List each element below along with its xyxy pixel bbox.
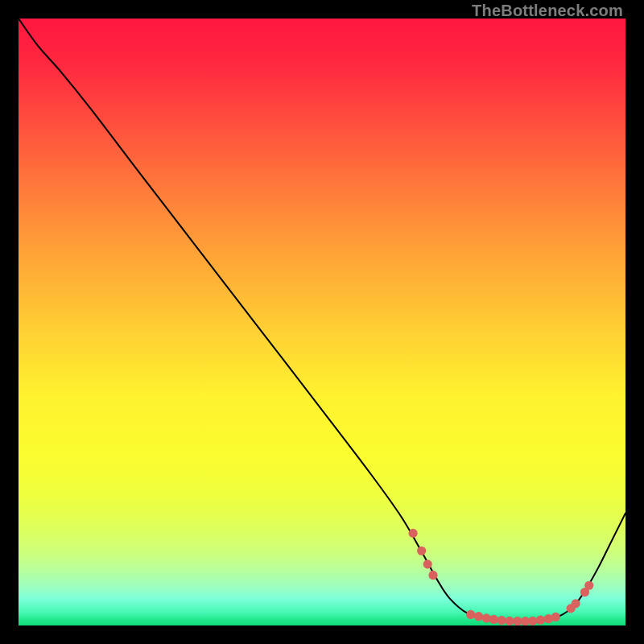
plot-background	[19, 19, 625, 625]
data-marker	[497, 616, 506, 625]
data-marker	[528, 617, 537, 625]
data-marker	[551, 613, 560, 621]
data-marker	[428, 571, 437, 580]
data-marker	[423, 559, 432, 568]
data-marker	[584, 581, 593, 590]
data-marker	[513, 617, 522, 625]
data-marker	[417, 547, 426, 555]
bottleneck-chart	[19, 19, 625, 625]
data-marker	[536, 616, 545, 625]
data-marker	[409, 529, 418, 538]
data-marker	[466, 610, 475, 619]
attribution-label: TheBottleneck.com	[472, 2, 623, 20]
data-marker	[505, 617, 514, 625]
data-marker	[489, 615, 498, 624]
data-marker	[474, 612, 483, 621]
chart-stage: TheBottleneck.com	[0, 0, 644, 644]
data-marker	[572, 599, 580, 608]
